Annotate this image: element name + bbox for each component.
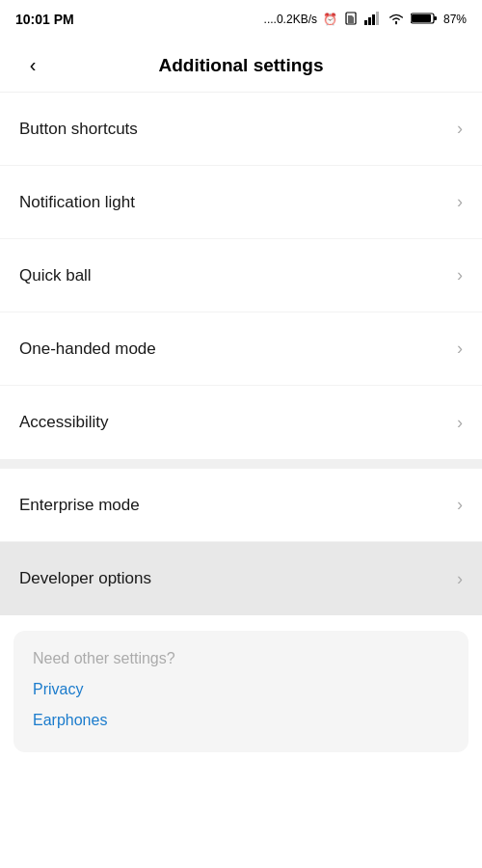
settings-label-notification-light: Notification light bbox=[19, 193, 135, 212]
settings-label-button-shortcuts: Button shortcuts bbox=[19, 120, 138, 139]
card-section: Need other settings? Privacy Earphones bbox=[13, 631, 469, 752]
status-right: ....0.2KB/s ⏰ bbox=[264, 11, 467, 29]
chevron-right-icon: › bbox=[457, 192, 463, 212]
svg-rect-3 bbox=[372, 14, 375, 25]
network-speed: ....0.2KB/s bbox=[264, 13, 317, 26]
chevron-right-icon: › bbox=[457, 339, 463, 359]
settings-group-1: Button shortcuts › Notification light › … bbox=[0, 93, 482, 459]
privacy-link[interactable]: Privacy bbox=[33, 681, 449, 698]
top-nav: ‹ Additional settings bbox=[0, 39, 482, 93]
group-divider bbox=[0, 459, 482, 469]
chevron-right-icon: › bbox=[457, 413, 463, 433]
svg-rect-4 bbox=[376, 12, 379, 25]
svg-rect-1 bbox=[364, 20, 367, 25]
settings-item-notification-light[interactable]: Notification light › bbox=[0, 166, 482, 239]
back-button[interactable]: ‹ bbox=[15, 48, 50, 83]
settings-item-developer-options[interactable]: Developer options › bbox=[0, 542, 482, 615]
svg-rect-6 bbox=[434, 16, 437, 20]
signal-icon bbox=[364, 12, 382, 28]
chevron-right-icon: › bbox=[457, 265, 463, 285]
status-bar: 10:01 PM ....0.2KB/s ⏰ bbox=[0, 0, 482, 39]
settings-item-one-handed-mode[interactable]: One-handed mode › bbox=[0, 312, 482, 386]
settings-label-accessibility: Accessibility bbox=[19, 413, 109, 432]
svg-rect-7 bbox=[412, 14, 431, 22]
alarm-icon: ⏰ bbox=[323, 13, 337, 26]
svg-rect-2 bbox=[368, 17, 371, 25]
status-time: 10:01 PM bbox=[15, 12, 74, 27]
chevron-right-icon: › bbox=[457, 569, 463, 589]
settings-label-developer-options: Developer options bbox=[19, 569, 151, 588]
settings-label-enterprise-mode: Enterprise mode bbox=[19, 496, 140, 515]
battery-icon bbox=[411, 12, 438, 28]
settings-item-quick-ball[interactable]: Quick ball › bbox=[0, 239, 482, 312]
settings-item-accessibility[interactable]: Accessibility › bbox=[0, 386, 482, 459]
sim-icon bbox=[343, 11, 359, 29]
settings-item-enterprise-mode[interactable]: Enterprise mode › bbox=[0, 469, 482, 542]
back-icon: ‹ bbox=[30, 54, 37, 76]
chevron-right-icon: › bbox=[457, 119, 463, 139]
page-title: Additional settings bbox=[50, 55, 432, 76]
settings-group-2: Enterprise mode › Developer options › bbox=[0, 469, 482, 615]
settings-label-one-handed-mode: One-handed mode bbox=[19, 339, 156, 359]
settings-item-button-shortcuts[interactable]: Button shortcuts › bbox=[0, 93, 482, 166]
card-title: Need other settings? bbox=[33, 650, 449, 667]
chevron-right-icon: › bbox=[457, 495, 463, 515]
earphones-link[interactable]: Earphones bbox=[33, 712, 449, 729]
wifi-icon bbox=[388, 12, 405, 28]
battery-percent: 87% bbox=[443, 13, 467, 26]
settings-label-quick-ball: Quick ball bbox=[19, 266, 92, 285]
